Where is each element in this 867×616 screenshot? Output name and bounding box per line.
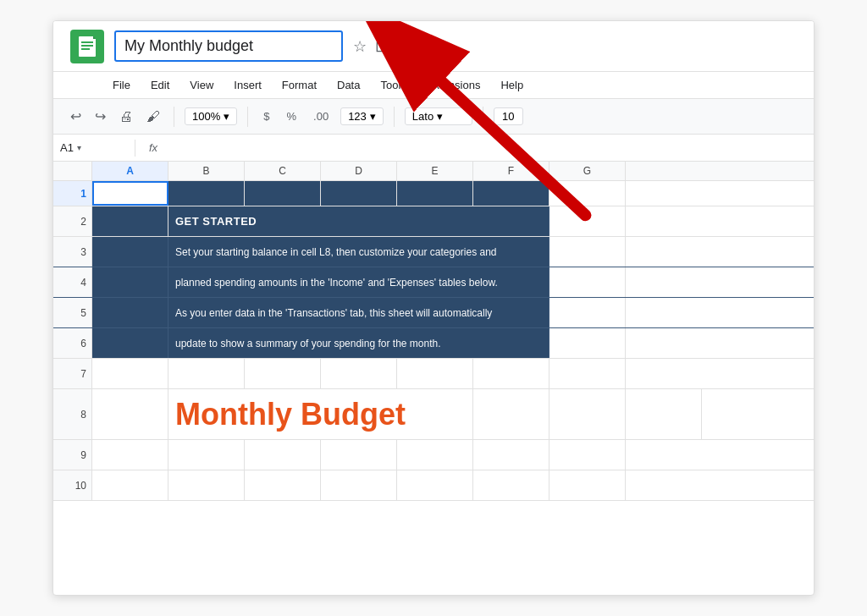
star-icon[interactable]: ☆ (353, 37, 367, 56)
menu-edit[interactable]: Edit (142, 76, 178, 94)
row-number-8[interactable]: 8 (53, 389, 92, 439)
row-number-3[interactable]: 3 (53, 237, 92, 267)
toolbar-sep-4 (483, 107, 483, 127)
col-header-A[interactable]: A (92, 162, 168, 180)
cell-B1[interactable] (168, 181, 245, 206)
drive-icon[interactable]: ⊡ (375, 37, 388, 56)
percent-button[interactable]: % (281, 108, 301, 124)
cell-B8-merged[interactable]: Monthly Budget (168, 389, 473, 439)
currency-button[interactable]: $ (258, 108, 274, 124)
col-header-D[interactable]: D (321, 162, 397, 180)
cell-A2[interactable] (92, 206, 168, 236)
cell-F8[interactable] (549, 389, 626, 439)
cell-D1[interactable] (321, 181, 397, 206)
cell-G9[interactable] (549, 440, 626, 470)
cell-G6[interactable] (549, 328, 626, 358)
print-icon[interactable]: 🖨 (116, 106, 136, 128)
cell-D9[interactable] (321, 440, 397, 470)
col-header-G[interactable]: G (549, 162, 626, 180)
cell-C7[interactable] (245, 359, 321, 388)
col-header-C[interactable]: C (245, 162, 321, 180)
menu-file[interactable]: File (104, 76, 139, 94)
redo-icon[interactable]: ↪ (91, 105, 109, 128)
menu-extensions[interactable]: Extensions (418, 76, 489, 94)
cell-F7[interactable] (473, 359, 549, 388)
cell-B4-merged[interactable]: planned spending amounts in the 'Income'… (168, 267, 549, 297)
document-title-input[interactable]: My Monthly budget (114, 30, 343, 62)
cell-G5[interactable] (549, 298, 626, 327)
cell-A1[interactable] (92, 181, 168, 206)
cell-G10[interactable] (549, 470, 626, 500)
cell-G3[interactable] (549, 237, 626, 267)
menu-view[interactable]: View (181, 76, 222, 94)
row-number-6[interactable]: 6 (53, 328, 92, 358)
cell-A3[interactable] (92, 237, 168, 267)
col-header-F[interactable]: F (473, 162, 549, 180)
cell-B7[interactable] (168, 359, 245, 388)
row-number-7[interactable]: 7 (53, 359, 92, 388)
cell-B2-merged[interactable]: GET STARTED (168, 206, 549, 236)
col-header-E[interactable]: E (397, 162, 473, 180)
row-number-9[interactable]: 9 (53, 440, 92, 470)
cell-A6[interactable] (92, 328, 168, 358)
cell-G1[interactable] (549, 181, 626, 206)
cloud-icon[interactable]: ☁ (396, 37, 411, 56)
row-1: 1 (53, 181, 814, 206)
undo-icon[interactable]: ↩ (67, 105, 85, 128)
cell-C9[interactable] (245, 440, 321, 470)
column-headers: A B C D E F G (53, 162, 814, 181)
row-number-1[interactable]: 1 (53, 181, 92, 206)
cell-A8[interactable] (92, 389, 168, 439)
cell-A7[interactable] (92, 359, 168, 388)
cell-A4[interactable] (92, 267, 168, 297)
font-size-control[interactable]: 10 (494, 107, 523, 125)
cell-B9[interactable] (168, 440, 245, 470)
row-number-2[interactable]: 2 (53, 206, 92, 236)
cell-B6-merged[interactable]: update to show a summary of your spendin… (168, 328, 549, 358)
menu-data[interactable]: Data (329, 76, 368, 94)
row-4: 4 planned spending amounts in the 'Incom… (53, 267, 814, 298)
menu-tools[interactable]: Tools (372, 76, 414, 94)
col-header-B[interactable]: B (168, 162, 245, 180)
row-10: 10 (53, 470, 814, 501)
row-number-5[interactable]: 5 (53, 298, 92, 327)
row-8: 8 Monthly Budget (53, 389, 814, 440)
sheets-logo-icon (70, 30, 104, 63)
cell-F1[interactable] (473, 181, 549, 206)
cell-A5[interactable] (92, 298, 168, 327)
decimal-button[interactable]: .00 (308, 108, 334, 124)
menu-insert[interactable]: Insert (225, 76, 270, 94)
cell-F10[interactable] (473, 470, 549, 500)
row-number-10[interactable]: 10 (53, 470, 92, 500)
zoom-control[interactable]: 100% ▾ (185, 107, 237, 125)
cell-B3-merged[interactable]: Set your starting balance in cell L8, th… (168, 237, 549, 267)
cell-E10[interactable] (397, 470, 473, 500)
menu-format[interactable]: Format (273, 76, 325, 94)
cell-E1[interactable] (397, 181, 473, 206)
cell-G7[interactable] (549, 359, 626, 388)
font-family-control[interactable]: Lato ▾ (405, 107, 472, 125)
cell-G2[interactable] (549, 206, 626, 236)
formula-input[interactable] (171, 141, 807, 154)
cell-G4[interactable] (549, 267, 626, 297)
format-number-control[interactable]: 123 ▾ (340, 107, 384, 125)
cell-ref-dropdown-icon[interactable]: ▾ (77, 143, 81, 152)
cell-E8[interactable] (473, 389, 549, 439)
cell-E7[interactable] (397, 359, 473, 388)
menu-help[interactable]: Help (492, 76, 532, 94)
cell-C1[interactable] (245, 181, 321, 206)
cell-B5-merged[interactable]: As you enter data in the 'Transactions' … (168, 298, 549, 327)
cell-F9[interactable] (473, 440, 549, 470)
row-number-4[interactable]: 4 (53, 267, 92, 297)
cell-D7[interactable] (321, 359, 397, 388)
paint-format-icon[interactable]: 🖌 (143, 106, 163, 128)
cell-E9[interactable] (397, 440, 473, 470)
cell-A9[interactable] (92, 440, 168, 470)
cell-G8[interactable] (626, 389, 702, 439)
cell-D10[interactable] (321, 470, 397, 500)
row-9: 9 (53, 440, 814, 470)
cell-A10[interactable] (92, 470, 168, 500)
cell-reference-box[interactable]: A1 ▾ (60, 141, 128, 154)
cell-B10[interactable] (168, 470, 245, 500)
cell-C10[interactable] (245, 470, 321, 500)
